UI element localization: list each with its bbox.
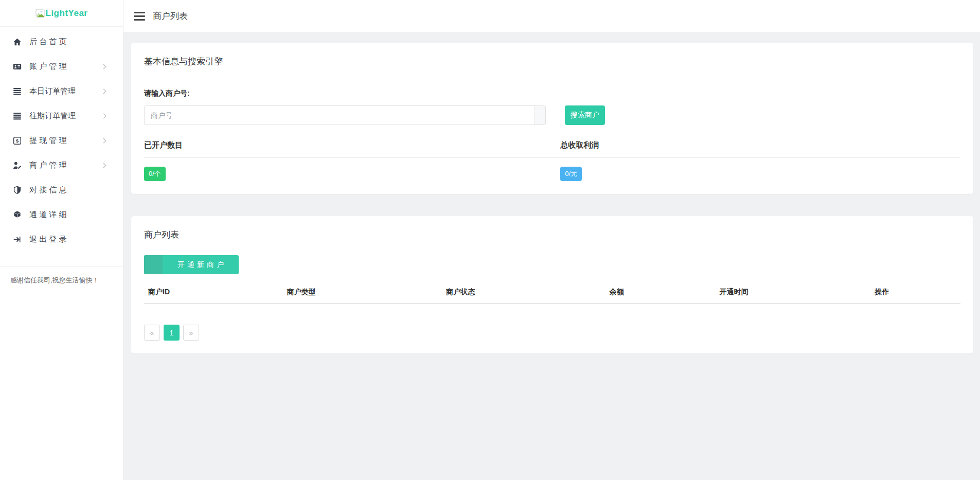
open-new-merchant-button[interactable]: 开通新商户 <box>144 255 239 274</box>
id-card-icon <box>12 62 22 71</box>
col-balance: 余额 <box>605 282 716 304</box>
total-profit-badge: 0/元 <box>560 167 582 181</box>
merchant-id-input[interactable] <box>145 106 534 125</box>
main-column: 商户列表 基本信息与搜索引擎 请输入商户号: 搜索商户 已开户数目 总收取利润 <box>123 0 980 480</box>
col-actions: 操作 <box>870 282 960 304</box>
brand-logo[interactable]: LightYear <box>0 0 123 27</box>
merchant-id-label: 请输入商户号: <box>144 89 960 98</box>
sidebar: LightYear 后 台 首 页 账 户 管 理 <box>0 0 123 480</box>
sidebar-item-label: 账 户 管 理 <box>29 62 67 72</box>
chevron-right-icon <box>101 64 106 69</box>
sidebar-item-label: 通 道 详 细 <box>29 210 67 220</box>
search-card: 基本信息与搜索引擎 请输入商户号: 搜索商户 已开户数目 总收取利润 0/个 0… <box>131 43 973 194</box>
col-merchant-status: 商户状态 <box>442 282 605 304</box>
merchant-list-title: 商户列表 <box>144 229 960 241</box>
opened-accounts-badge: 0/个 <box>144 167 166 181</box>
sidebar-nav: 后 台 首 页 账 户 管 理 本日订单管理 <box>0 27 123 252</box>
shield-icon <box>12 185 22 194</box>
sidebar-item-integration[interactable]: 对 接 信 息 <box>0 177 123 202</box>
pagination-prev-button[interactable]: « <box>144 325 160 341</box>
home-icon <box>12 37 22 46</box>
pagination-page-1-button[interactable]: 1 <box>164 325 180 341</box>
chevron-right-icon <box>101 163 106 168</box>
cube-icon <box>12 210 22 219</box>
button-accent-block <box>144 255 163 274</box>
sidebar-item-withdrawals[interactable]: $ 提 现 管 理 <box>0 128 123 153</box>
sidebar-footer-note: 感谢信任我司,祝您生活愉快！ <box>0 266 123 294</box>
merchant-id-input-group <box>144 105 546 125</box>
sidebar-item-label: 往期订单管理 <box>29 111 76 121</box>
page-title: 商户列表 <box>153 10 188 22</box>
merchant-icon <box>12 161 22 170</box>
app-root: LightYear 后 台 首 页 账 户 管 理 <box>0 0 980 480</box>
merchant-table-header-row: 商户ID 商户类型 商户状态 余额 开通时间 操作 <box>144 282 960 304</box>
search-merchant-button[interactable]: 搜索商户 <box>565 105 605 125</box>
broken-image-icon <box>35 9 45 18</box>
stats-header-row: 已开户数目 总收取利润 <box>144 140 960 158</box>
order-list-icon <box>12 86 22 96</box>
sidebar-item-channels[interactable]: 通 道 详 细 <box>0 202 123 227</box>
chevron-right-icon <box>101 89 106 94</box>
chevron-right-icon <box>101 138 106 144</box>
sidebar-item-label: 对 接 信 息 <box>29 185 67 195</box>
topbar: 商户列表 <box>123 0 980 32</box>
sidebar-item-label: 本日订单管理 <box>29 86 76 96</box>
pagination-next-button[interactable]: » <box>183 325 199 341</box>
content-area: 基本信息与搜索引擎 请输入商户号: 搜索商户 已开户数目 总收取利润 0/个 0… <box>123 32 980 480</box>
sidebar-item-label: 商 户 管 理 <box>29 161 67 170</box>
merchant-list-card: 商户列表 开通新商户 商户ID 商户类型 商户状态 <box>131 216 973 353</box>
open-new-merchant-label: 开通新商户 <box>163 255 239 274</box>
search-card-title: 基本信息与搜索引擎 <box>144 56 960 67</box>
input-addon <box>534 106 545 125</box>
sidebar-item-past-orders[interactable]: 往期订单管理 <box>0 103 123 128</box>
pagination: « 1 » <box>144 325 960 341</box>
withdraw-icon: $ <box>12 136 22 145</box>
brand-name: LightYear <box>46 8 88 19</box>
sidebar-item-home[interactable]: 后 台 首 页 <box>0 29 123 54</box>
col-merchant-id: 商户ID <box>144 282 283 304</box>
sidebar-item-accounts[interactable]: 账 户 管 理 <box>0 54 123 79</box>
svg-text:$: $ <box>15 138 19 144</box>
col-open-time: 开通时间 <box>716 282 871 304</box>
menu-toggle-icon[interactable] <box>134 12 145 21</box>
total-profit-label: 总收取利润 <box>560 140 960 150</box>
order-list-icon <box>12 111 22 120</box>
sidebar-item-merchants[interactable]: 商 户 管 理 <box>0 153 123 177</box>
logout-icon <box>12 235 22 244</box>
col-merchant-type: 商户类型 <box>283 282 442 304</box>
sidebar-item-label: 退 出 登 录 <box>29 235 67 244</box>
sidebar-item-label: 后 台 首 页 <box>29 37 67 47</box>
sidebar-item-logout[interactable]: 退 出 登 录 <box>0 227 123 252</box>
chevron-right-icon <box>101 114 106 119</box>
sidebar-item-label: 提 现 管 理 <box>29 136 67 146</box>
opened-accounts-label: 已开户数目 <box>144 140 560 150</box>
merchant-table: 商户ID 商户类型 商户状态 余额 开通时间 操作 <box>144 282 960 304</box>
sidebar-item-today-orders[interactable]: 本日订单管理 <box>0 79 123 103</box>
stats-value-row: 0/个 0/元 <box>144 158 960 181</box>
